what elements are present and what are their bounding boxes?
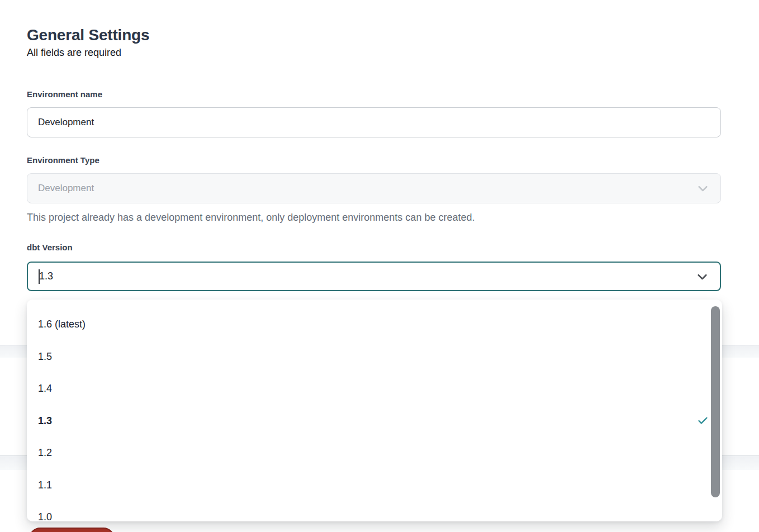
page-subtitle: All fields are required xyxy=(27,47,121,59)
option-label: 1.6 (latest) xyxy=(38,319,86,330)
environment-name-input[interactable] xyxy=(27,107,721,137)
dbt-version-select[interactable]: 1.3 xyxy=(27,262,721,291)
option-label: 1.2 xyxy=(38,447,52,459)
chevron-down-icon xyxy=(695,269,710,284)
dropdown-option[interactable]: 1.2 xyxy=(27,437,722,469)
dropdown-option[interactable]: 1.4 xyxy=(27,373,722,405)
dropdown-option[interactable]: 1.6 (latest) xyxy=(27,308,722,341)
check-icon xyxy=(697,415,709,427)
environment-type-value: Development xyxy=(38,183,94,194)
page-title: General Settings xyxy=(27,26,149,44)
chevron-down-icon xyxy=(695,181,710,196)
option-label: 1.1 xyxy=(38,479,52,491)
option-label: 1.4 xyxy=(38,383,52,395)
option-label: 1.5 xyxy=(38,351,52,363)
dbt-version-label: dbt Version xyxy=(27,243,73,252)
dropdown-option[interactable]: 1.1 xyxy=(27,469,722,502)
environment-type-select: Development xyxy=(27,173,721,203)
dropdown-option-selected[interactable]: 1.3 xyxy=(27,405,722,438)
environment-type-helper: This project already has a development e… xyxy=(27,212,475,224)
dbt-version-dropdown: 1.6 (latest) 1.5 1.4 1.3 1.2 1.1 1.0 xyxy=(27,300,722,521)
option-label: 1.3 xyxy=(38,415,52,427)
dropdown-option[interactable]: 1.5 xyxy=(27,341,722,373)
dropdown-option[interactable]: 1.0 xyxy=(27,501,722,521)
dropdown-scrollbar[interactable] xyxy=(711,306,720,497)
environment-type-label: Environment Type xyxy=(27,155,99,165)
option-label: 1.0 xyxy=(38,511,52,521)
environment-name-label: Environment name xyxy=(27,89,102,99)
dbt-version-value: 1.3 xyxy=(39,270,53,282)
danger-button[interactable] xyxy=(29,528,115,532)
